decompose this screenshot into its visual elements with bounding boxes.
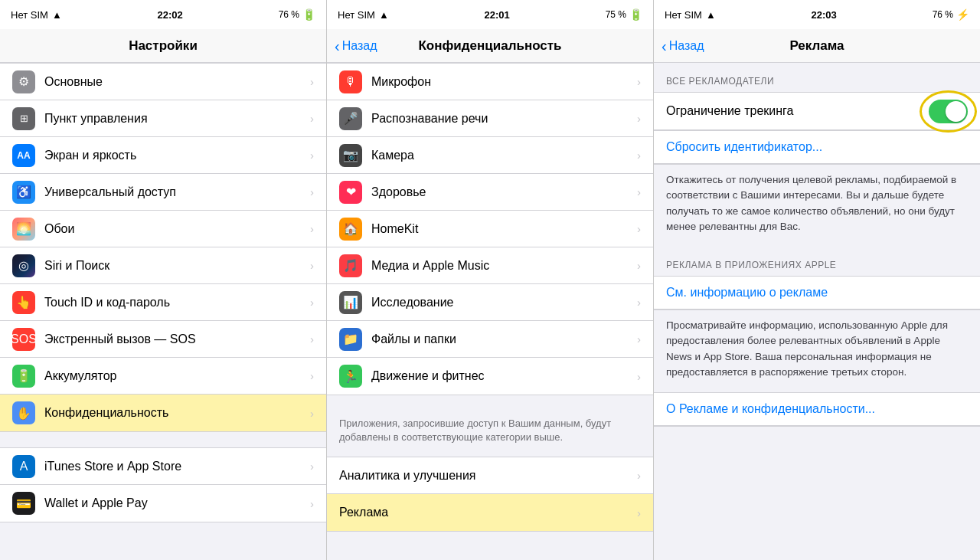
carrier-1: Нет SIM (11, 9, 48, 21)
fitness-label: Движение и фитнес (371, 369, 637, 383)
item-homekit[interactable]: 🏠 HomeKit › (327, 211, 653, 247)
display-label: Экран и яркость (44, 149, 310, 162)
privacy-chevron: › (310, 407, 314, 420)
wallpaper-chevron: › (310, 222, 314, 235)
description-block-1: Откажитесь от получения целевой рекламы,… (654, 165, 980, 247)
toggle-thumb (946, 101, 966, 122)
item-control-center[interactable]: ⊞ Пункт управления › (0, 100, 326, 137)
control-center-chevron: › (310, 112, 314, 125)
itunes-icon: A (12, 455, 35, 478)
battery-icon-item: 🔋 (12, 365, 35, 388)
back-button-3[interactable]: ‹ Назад (662, 38, 704, 54)
item-display[interactable]: AA Экран и яркость › (0, 137, 326, 174)
battery-pct-2: 75 % (606, 9, 626, 20)
time-1: 22:02 (158, 9, 183, 21)
siri-chevron: › (310, 259, 314, 272)
media-icon: 🎵 (339, 254, 362, 277)
ads-label: Реклама (339, 506, 637, 519)
panel-privacy: Нет SIM ▲ 22:01 75 % 🔋 ‹ Назад Конфиденц… (327, 0, 654, 560)
touchid-label: Touch ID и код-пароль (44, 296, 310, 309)
settings-list-1[interactable]: ⚙ Основные › ⊞ Пункт управления › AA Экр… (0, 63, 326, 560)
sos-label: Экстренный вызов — SOS (44, 332, 310, 346)
wifi-icon-2: ▲ (379, 9, 389, 21)
reset-link-item[interactable]: Сбросить идентификатор... (654, 131, 980, 164)
privacy-link-item[interactable]: О Рекламе и конфиденциальности... (654, 393, 980, 426)
item-wallpaper[interactable]: 🌅 Обои › (0, 211, 326, 247)
item-sos[interactable]: SOS Экстренный вызов — SOS › (0, 321, 326, 358)
privacy-icon: ✋ (12, 401, 35, 424)
siri-icon: ◎ (12, 254, 35, 277)
battery-label: Аккумулятор (44, 369, 310, 383)
microphone-label: Микрофон (371, 75, 637, 89)
item-analytics[interactable]: Аналитика и улучшения › (327, 457, 653, 494)
description-text-2: Просматривайте информацию, использованну… (666, 318, 968, 380)
privacy-group: 🎙 Микрофон › 🎤 Распознавание речи › 📷 Ка… (327, 63, 653, 395)
nav-bar-privacy: ‹ Назад Конфиденциальность (327, 29, 653, 63)
page-title-ads: Реклама (789, 38, 844, 54)
item-fitness[interactable]: 🏃 Движение и фитнес › (327, 358, 653, 395)
media-label: Медиа и Apple Music (371, 259, 637, 273)
item-itunes[interactable]: A iTunes Store и App Store › (0, 448, 326, 485)
ads-chevron: › (637, 506, 641, 519)
microphone-icon: 🎙 (339, 70, 362, 93)
status-bar-3: Нет SIM ▲ 22:03 76 % ⚡ (654, 0, 980, 29)
limit-tracking-toggle[interactable] (929, 100, 968, 123)
privacy-link[interactable]: О Рекламе и конфиденциальности... (666, 402, 875, 416)
status-left-2: Нет SIM ▲ (338, 9, 389, 21)
itunes-label: iTunes Store и App Store (44, 460, 310, 473)
battery-pct-1: 76 % (279, 9, 299, 20)
item-battery[interactable]: 🔋 Аккумулятор › (0, 358, 326, 395)
item-media[interactable]: 🎵 Медиа и Apple Music › (327, 247, 653, 284)
fitness-icon: 🏃 (339, 365, 362, 388)
item-limit-tracking[interactable]: Ограничение трекинга (654, 93, 980, 129)
wifi-icon-3: ▲ (706, 9, 716, 21)
speech-icon: 🎤 (339, 107, 362, 130)
item-wallet[interactable]: 💳 Wallet и Apple Pay › (0, 485, 326, 522)
fitness-chevron: › (637, 370, 641, 383)
panel-ads: Нет SIM ▲ 22:03 76 % ⚡ ‹ Назад Реклама В… (654, 0, 980, 560)
research-chevron: › (637, 296, 641, 309)
item-siri[interactable]: ◎ Siri и Поиск › (0, 247, 326, 284)
item-ads[interactable]: Реклама › (327, 494, 653, 531)
back-button-2[interactable]: ‹ Назад (335, 38, 377, 54)
basic-chevron: › (310, 75, 314, 88)
panel-settings: Нет SIM ▲ 22:02 76 % 🔋 Настройки ⚙ Основ… (0, 0, 327, 560)
item-files[interactable]: 📁 Файлы и папки › (327, 321, 653, 358)
item-accessibility[interactable]: ♿ Универсальный доступ › (0, 174, 326, 211)
section-header-apple-apps: РЕКЛАМА В ПРИЛОЖЕНИЯХ APPLE (654, 247, 980, 276)
main-settings-group: ⚙ Основные › ⊞ Пункт управления › AA Экр… (0, 63, 326, 432)
item-health[interactable]: ❤ Здоровье › (327, 174, 653, 211)
speech-chevron: › (637, 112, 641, 125)
wallet-label: Wallet и Apple Pay (44, 496, 310, 510)
item-camera[interactable]: 📷 Камера › (327, 137, 653, 174)
item-research[interactable]: 📊 Исследование › (327, 284, 653, 321)
privacy-list[interactable]: 🎙 Микрофон › 🎤 Распознавание речи › 📷 Ка… (327, 63, 653, 560)
info-link-group: См. информацию о рекламе (654, 276, 980, 310)
wifi-icon-1: ▲ (52, 9, 62, 21)
info-link-item[interactable]: См. информацию о рекламе (654, 277, 980, 309)
item-basic[interactable]: ⚙ Основные › (0, 64, 326, 100)
wallpaper-label: Обои (44, 222, 310, 236)
description-text-1: Откажитесь от получения целевой рекламы,… (666, 172, 968, 234)
basic-icon: ⚙ (12, 70, 35, 93)
camera-chevron: › (637, 149, 641, 162)
back-label-2: Назад (342, 39, 377, 53)
control-center-label: Пункт управления (44, 112, 310, 126)
basic-label: Основные (44, 75, 310, 89)
back-label-3: Назад (669, 39, 704, 53)
microphone-chevron: › (637, 75, 641, 88)
accessibility-icon: ♿ (12, 181, 35, 204)
ads-list[interactable]: ВСЕ РЕКЛАМОДАТЕЛИ Ограничение трекинга С… (654, 63, 980, 560)
control-center-icon: ⊞ (12, 107, 35, 130)
display-chevron: › (310, 149, 314, 162)
item-microphone[interactable]: 🎙 Микрофон › (327, 64, 653, 100)
item-privacy[interactable]: ✋ Конфиденциальность › (0, 395, 326, 431)
info-link[interactable]: См. информацию о рекламе (666, 286, 828, 300)
battery-icon-1: 🔋 (302, 8, 315, 21)
reset-group: Сбросить идентификатор... (654, 130, 980, 165)
toggle-group: Ограничение трекинга (654, 92, 980, 130)
item-speech[interactable]: 🎤 Распознавание речи › (327, 100, 653, 137)
reset-link[interactable]: Сбросить идентификатор... (666, 140, 822, 154)
wallpaper-icon: 🌅 (12, 218, 35, 241)
item-touchid[interactable]: 👆 Touch ID и код-пароль › (0, 284, 326, 321)
